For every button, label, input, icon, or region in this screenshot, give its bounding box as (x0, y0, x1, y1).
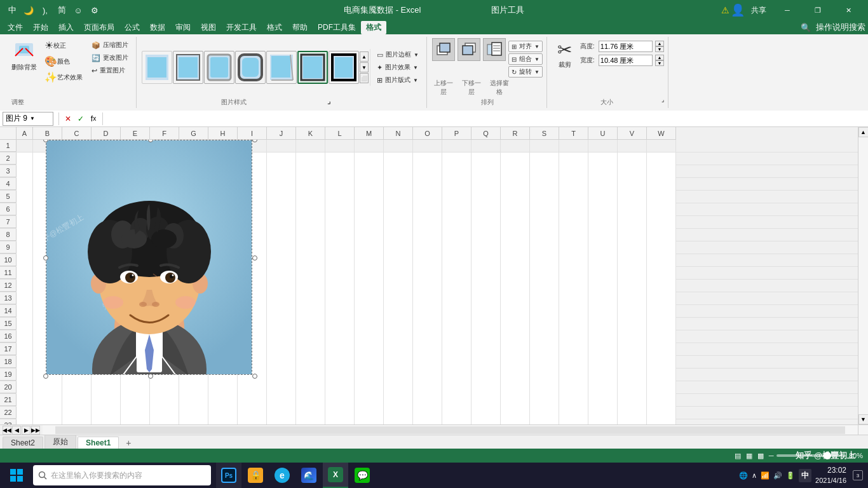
col-header-k[interactable]: K (296, 127, 325, 140)
cell-M17[interactable] (355, 343, 384, 356)
cell-T19[interactable] (559, 369, 588, 381)
cell-H20[interactable] (208, 381, 238, 394)
cell-E22[interactable] (121, 407, 150, 419)
cell-O8[interactable] (413, 229, 442, 241)
cell-O12[interactable] (413, 280, 442, 292)
cell-U17[interactable] (588, 343, 618, 356)
cell-W22[interactable] (647, 407, 676, 419)
cell-O23[interactable] (413, 419, 442, 424)
cell-F21[interactable] (150, 394, 179, 407)
row-header-14[interactable]: 14 (0, 305, 17, 317)
cell-O22[interactable] (413, 407, 442, 419)
cell-K6[interactable] (296, 203, 325, 216)
vertical-scrollbar[interactable]: ▲ ▼ (858, 127, 868, 424)
cell-U21[interactable] (588, 394, 618, 407)
cell-K2[interactable] (296, 152, 325, 165)
row-header-9[interactable]: 9 (0, 241, 17, 254)
cell-R16[interactable] (501, 330, 530, 343)
cell-M4[interactable] (355, 178, 384, 191)
cell-V6[interactable] (618, 203, 647, 216)
cell-R15[interactable] (501, 318, 530, 330)
cell-V15[interactable] (618, 318, 647, 330)
cell-J16[interactable] (267, 330, 296, 343)
cell-S7[interactable] (530, 216, 559, 229)
name-box[interactable]: 图片 9 ▼ (3, 112, 53, 126)
cell-J14[interactable] (267, 305, 296, 318)
col-header-e[interactable]: E (121, 127, 150, 140)
col-header-f[interactable]: F (150, 127, 179, 140)
cell-M21[interactable] (355, 394, 384, 407)
cell-J17[interactable] (267, 343, 296, 356)
cell-Q11[interactable] (471, 267, 501, 280)
cell-N12[interactable] (384, 280, 413, 292)
cell-O14[interactable] (413, 305, 442, 318)
cell-O10[interactable] (413, 254, 442, 267)
h-scroll-thumb[interactable] (55, 426, 845, 434)
cell-S13[interactable] (530, 292, 559, 305)
cell-M19[interactable] (355, 369, 384, 381)
cell-N16[interactable] (384, 330, 413, 343)
compress-pic-button[interactable]: 📦 压缩图片 (88, 39, 132, 51)
row-header-3[interactable]: 3 (0, 165, 17, 177)
cell-P20[interactable] (442, 381, 471, 394)
cell-O18[interactable] (413, 356, 442, 369)
cell-N20[interactable] (384, 381, 413, 394)
cell-A4[interactable] (17, 178, 33, 191)
cell-J21[interactable] (267, 394, 296, 407)
cell-a1[interactable] (17, 140, 33, 152)
menu-format-active[interactable]: 格式 (361, 21, 386, 34)
cell-O15[interactable] (413, 318, 442, 330)
cell-U15[interactable] (588, 318, 618, 330)
cell-T18[interactable] (559, 356, 588, 369)
cell-C23[interactable] (62, 419, 92, 424)
corner-select[interactable] (0, 127, 17, 140)
cell-U10[interactable] (588, 254, 618, 267)
cell-R20[interactable] (501, 381, 530, 394)
cell-N5[interactable] (384, 191, 413, 203)
cell-U4[interactable] (588, 178, 618, 191)
cell-S11[interactable] (530, 267, 559, 280)
cell-L22[interactable] (325, 407, 355, 419)
row-header-11[interactable]: 11 (0, 267, 17, 279)
cell-K14[interactable] (296, 305, 325, 318)
cell-T6[interactable] (559, 203, 588, 216)
cell-R21[interactable] (501, 394, 530, 407)
cell-I22[interactable] (238, 407, 267, 419)
cell-V8[interactable] (618, 229, 647, 241)
cell-K15[interactable] (296, 318, 325, 330)
normal-view-btn[interactable]: ▤ (735, 452, 741, 460)
zoom-out-btn[interactable]: ─ (769, 452, 774, 459)
cell-L5[interactable] (325, 191, 355, 203)
cell-M6[interactable] (355, 203, 384, 216)
cell-O9[interactable] (413, 241, 442, 254)
cell-P10[interactable] (442, 254, 471, 267)
cell-A5[interactable] (17, 191, 33, 203)
cell-L13[interactable] (325, 292, 355, 305)
cell-R18[interactable] (501, 356, 530, 369)
cell-Q2[interactable] (471, 152, 501, 165)
cell-A16[interactable] (17, 330, 33, 343)
notifications-btn[interactable]: 3 (850, 463, 865, 488)
pic-style-2[interactable] (173, 51, 203, 84)
cell-V13[interactable] (618, 292, 647, 305)
col-header-g[interactable]: G (179, 127, 208, 140)
width-input[interactable] (599, 55, 653, 66)
row-header-16[interactable]: 16 (0, 330, 17, 342)
styles-expand[interactable]: ⌟ (327, 97, 330, 107)
cell-W13[interactable] (647, 292, 676, 305)
cell-V2[interactable] (618, 152, 647, 165)
cell-P3[interactable] (442, 165, 471, 178)
remove-bg-button[interactable]: 删除背景 (9, 38, 39, 73)
cell-T3[interactable] (559, 165, 588, 178)
cell-N13[interactable] (384, 292, 413, 305)
cell-U19[interactable] (588, 369, 618, 381)
cell-M7[interactable] (355, 216, 384, 229)
cell-O4[interactable] (413, 178, 442, 191)
cell-K12[interactable] (296, 280, 325, 292)
cell-T13[interactable] (559, 292, 588, 305)
row-header-7[interactable]: 7 (0, 216, 17, 228)
width-down[interactable]: ▼ (655, 60, 664, 66)
cell-L8[interactable] (325, 229, 355, 241)
cell-M10[interactable] (355, 254, 384, 267)
cell-G22[interactable] (179, 407, 208, 419)
